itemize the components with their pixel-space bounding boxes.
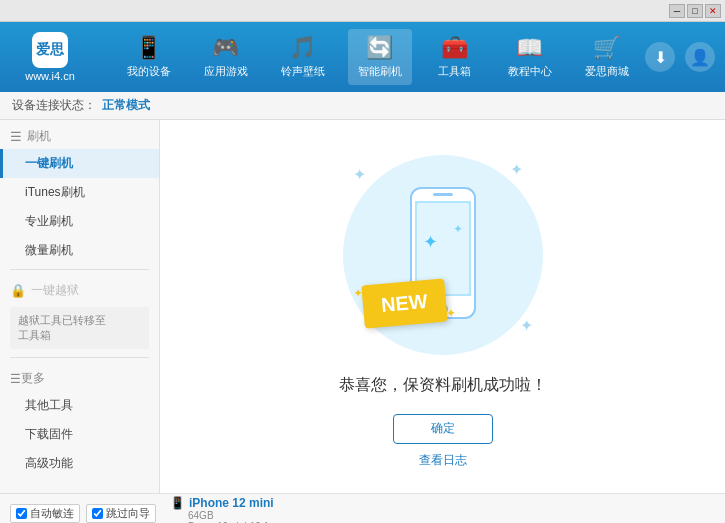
nav-store-label: 爱思商城: [585, 64, 629, 79]
sidebar: ☰ 刷机 一键刷机 iTunes刷机 专业刷机 微量刷机 🔒 一键越狱 越狱工具…: [0, 120, 160, 493]
save-flash-label: 微量刷机: [25, 243, 73, 257]
sparkle-2: ✦: [510, 160, 523, 179]
other-tools-label: 其他工具: [25, 398, 73, 412]
sidebar-divider-1: [10, 269, 149, 270]
nav-ringtones[interactable]: 🎵 铃声壁纸: [271, 29, 335, 85]
new-badge-text: NEW: [380, 290, 428, 316]
window-controls[interactable]: ─ □ ✕: [669, 4, 721, 18]
maximize-button[interactable]: □: [687, 4, 703, 18]
sidebar-more-header: ☰ 更多: [0, 362, 159, 391]
skip-wizard-input[interactable]: [92, 508, 103, 519]
jailbreak-label: 一键越狱: [31, 282, 79, 299]
minimize-button[interactable]: ─: [669, 4, 685, 18]
close-button[interactable]: ✕: [705, 4, 721, 18]
auto-connect-checkbox[interactable]: 自动敏连: [10, 504, 80, 523]
nav-tutorial-label: 教程中心: [508, 64, 552, 79]
sidebar-item-save-flash[interactable]: 微量刷机: [0, 236, 159, 265]
lock-icon: 🔒: [10, 283, 26, 298]
pro-flash-label: 专业刷机: [25, 214, 73, 228]
nav-store[interactable]: 🛒 爱思商城: [575, 29, 639, 85]
header: 爱思 www.i4.cn 📱 我的设备 🎮 应用游戏 🎵 铃声壁纸 🔄 智能刷机…: [0, 22, 725, 92]
nav-apps-games-label: 应用游戏: [204, 64, 248, 79]
tutorial-icon: 📖: [516, 35, 543, 61]
sidebar-item-other-tools[interactable]: 其他工具: [0, 391, 159, 420]
apps-games-icon: 🎮: [212, 35, 239, 61]
jailbreak-notice: 越狱工具已转移至工具箱: [10, 307, 149, 349]
device-info-panel: 📱 iPhone 12 mini 64GB Down-12mini-13,1: [170, 496, 330, 524]
sidebar-item-itunes-flash[interactable]: iTunes刷机: [0, 178, 159, 207]
header-right: ⬇ 👤: [645, 42, 715, 72]
auto-connect-input[interactable]: [16, 508, 27, 519]
sidebar-divider-2: [10, 357, 149, 358]
device-icon: 📱: [170, 496, 185, 510]
device-storage: 64GB: [170, 510, 330, 521]
content-area: ✦ ✦ NEW ✦ ✦ ✦ 恭喜您，保资料刷机成功啦！ 确定 查看日志: [160, 120, 725, 493]
nav-toolbox[interactable]: 🧰 工具箱: [425, 29, 485, 85]
nav-my-device[interactable]: 📱 我的设备: [117, 29, 181, 85]
checkbox-row: 自动敏连 跳过向导: [10, 504, 170, 523]
one-click-flash-label: 一键刷机: [25, 156, 73, 170]
logo-icon: 爱思: [32, 32, 68, 68]
status-label: 设备连接状态：: [12, 97, 96, 114]
svg-text:✦: ✦: [423, 232, 438, 252]
show-log-link[interactable]: 查看日志: [419, 452, 467, 469]
main-layout: ☰ 刷机 一键刷机 iTunes刷机 专业刷机 微量刷机 🔒 一键越狱 越狱工具…: [0, 120, 725, 493]
itunes-flash-label: iTunes刷机: [25, 185, 85, 199]
bottom-section: 自动敏连 跳过向导 📱 iPhone 12 mini 64GB Down-12m…: [0, 493, 725, 523]
auto-connect-label: 自动敏连: [30, 506, 74, 521]
nav-ringtones-label: 铃声壁纸: [281, 64, 325, 79]
sidebar-item-advanced[interactable]: 高级功能: [0, 449, 159, 478]
new-banner: NEW: [361, 278, 447, 328]
ringtones-icon: 🎵: [289, 35, 316, 61]
nav-smart-flash-label: 智能刷机: [358, 64, 402, 79]
device-row: 📱 iPhone 12 mini: [170, 496, 330, 510]
nav-tutorial[interactable]: 📖 教程中心: [498, 29, 562, 85]
status-bar: 设备连接状态： 正常模式: [0, 92, 725, 120]
sidebar-flash-header: ☰ 刷机: [0, 120, 159, 149]
nav-my-device-label: 我的设备: [127, 64, 171, 79]
more-icon: ☰: [10, 372, 21, 386]
status-value: 正常模式: [102, 97, 150, 114]
svg-rect-4: [433, 193, 453, 196]
sidebar-item-one-click-flash[interactable]: 一键刷机: [0, 149, 159, 178]
skip-wizard-checkbox[interactable]: 跳过向导: [86, 504, 156, 523]
download-firmware-label: 下载固件: [25, 427, 73, 441]
sidebar-flash-label: 刷机: [27, 128, 51, 145]
flash-section-icon: ☰: [10, 129, 22, 144]
nav-smart-flash[interactable]: 🔄 智能刷机: [348, 29, 412, 85]
sidebar-item-pro-flash[interactable]: 专业刷机: [0, 207, 159, 236]
user-button[interactable]: 👤: [685, 42, 715, 72]
skip-wizard-label: 跳过向导: [106, 506, 150, 521]
jailbreak-notice-text: 越狱工具已转移至工具箱: [18, 314, 106, 341]
title-bar: ─ □ ✕: [0, 0, 725, 22]
logo[interactable]: 爱思 www.i4.cn: [10, 32, 90, 82]
advanced-label: 高级功能: [25, 456, 73, 470]
nav-toolbox-label: 工具箱: [438, 64, 471, 79]
sparkle-3: ✦: [520, 316, 533, 335]
my-device-icon: 📱: [135, 35, 162, 61]
sidebar-item-download-firmware[interactable]: 下载固件: [0, 420, 159, 449]
svg-text:✦: ✦: [453, 222, 463, 236]
logo-site: www.i4.cn: [25, 70, 75, 82]
bottom-left-panel: 自动敏连 跳过向导: [10, 504, 170, 523]
sidebar-jailbreak-header: 🔒 一键越狱: [0, 274, 159, 303]
confirm-button[interactable]: 确定: [393, 414, 493, 444]
smart-flash-icon: 🔄: [366, 35, 393, 61]
sparkle-1: ✦: [353, 165, 366, 184]
success-message: 恭喜您，保资料刷机成功啦！: [339, 375, 547, 396]
download-button[interactable]: ⬇: [645, 42, 675, 72]
success-illustration: ✦ ✦ NEW ✦ ✦ ✦: [333, 145, 553, 365]
toolbox-icon: 🧰: [441, 35, 468, 61]
device-name: iPhone 12 mini: [189, 496, 274, 510]
nav-items: 📱 我的设备 🎮 应用游戏 🎵 铃声壁纸 🔄 智能刷机 🧰 工具箱 📖 教程中心…: [110, 29, 645, 85]
store-icon: 🛒: [593, 35, 620, 61]
nav-apps-games[interactable]: 🎮 应用游戏: [194, 29, 258, 85]
more-label: 更多: [21, 370, 45, 387]
